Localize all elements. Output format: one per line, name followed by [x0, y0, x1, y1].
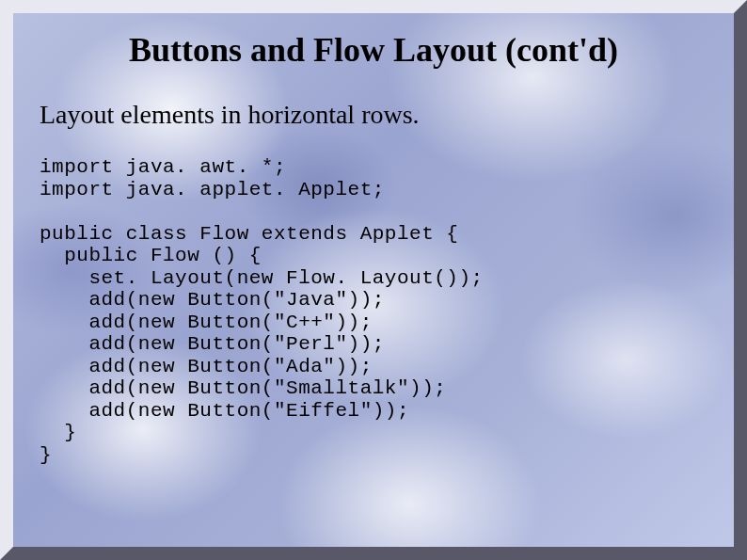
slide-content: Buttons and Flow Layout (cont'd) Layout … — [40, 30, 707, 466]
slide-subtitle: Layout elements in horizontal rows. — [40, 100, 707, 130]
slide-frame: Buttons and Flow Layout (cont'd) Layout … — [0, 0, 747, 560]
code-block: import java. awt. *; import java. applet… — [40, 156, 707, 466]
slide-title: Buttons and Flow Layout (cont'd) — [40, 30, 707, 70]
